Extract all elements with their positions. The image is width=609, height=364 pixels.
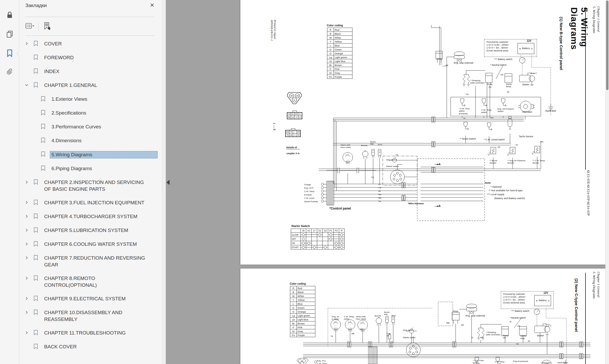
diagram-label: WG (540, 141, 543, 143)
diagram-label: Diesel Preheat (304, 200, 318, 203)
chevron-right-icon[interactable] (25, 40, 33, 46)
bookmark-label: 2.Specifications (50, 110, 155, 116)
bookmark-label: 6.Piping Diagrams (50, 165, 155, 172)
bookmark-label: CHAPTER 1.GENERAL (43, 82, 148, 89)
bookmark-icon (33, 330, 43, 337)
bookmark-item-chapter-5[interactable]: CHAPTER 5.LUBRICATION SYSTEM (19, 224, 162, 237)
chevron-right-icon[interactable] (25, 213, 33, 219)
bookmark-icon (40, 123, 50, 130)
color-coding-row: WWhite (290, 294, 315, 298)
bookmark-item-piping-diagrams[interactable]: 6.Piping Diagrams (19, 162, 162, 176)
starter-switch-row: ON (291, 241, 345, 245)
diagram-label: Buzzer stop (370, 141, 376, 145)
chevron-right-icon[interactable] (25, 309, 33, 315)
attachments-icon[interactable] (5, 68, 14, 77)
diagram-label: RB (461, 324, 464, 326)
chevron-right-icon[interactable] (25, 179, 33, 185)
chevron-down-icon[interactable] (25, 82, 33, 88)
bookmark-item-back-cover[interactable]: BACK COVER (19, 340, 162, 354)
svg-text:2W: 2W (296, 95, 299, 97)
coupler-pin: B (298, 112, 302, 116)
diagram-label: YW (466, 93, 468, 96)
coupler-pin: RB (287, 116, 291, 119)
chevron-right-icon[interactable] (25, 330, 33, 336)
note-line: (Battery and Battery switch) (485, 196, 525, 200)
bookmark-item-chapter-7[interactable]: CHAPTER 7.REDUCTION AND REVERSING GEAR (19, 251, 162, 272)
bookmark-item-chapter-10[interactable]: CHAPTER 10.DISASSEMBLY AND REASSEMBLY (19, 306, 162, 326)
chevron-right-icon[interactable] (25, 255, 33, 261)
color-coding-row: GGreen (290, 306, 315, 310)
note-line: ** Not available for New B-type (485, 189, 525, 193)
coupler-triangle: 3R 2W 3L (287, 92, 302, 106)
pdf-page-2: Chapter 1 General 5. Wiring Diagrams (2)… (240, 268, 605, 364)
bookmark-item-chapter-4[interactable]: CHAPTER 4.TURBOCHARGER SYSTEM (19, 210, 162, 224)
bookmark-label: CHAPTER 8.REMOTO CONTROL(OPTIONAL) (43, 275, 148, 289)
bookmark-item-wiring-diagrams[interactable]: 5.Wiring Diagrams (19, 148, 162, 162)
bookmark-icon (33, 179, 43, 186)
color-coding-row: WWhite (327, 36, 352, 40)
chevron-right-icon[interactable] (25, 227, 33, 233)
color-coding-row: YYellow (327, 40, 352, 44)
bookmark-item-chapter-2[interactable]: CHAPTER 2.INSPECTION AND SERVICING OF BA… (19, 176, 162, 196)
color-coding-row: PPink (290, 325, 315, 329)
bookmark-item-chapter-1[interactable]: CHAPTER 1.GENERAL (19, 79, 162, 92)
diagram-label: Buzzer (361, 144, 368, 147)
options-icon[interactable] (25, 23, 35, 31)
diagram-label: Tacho with Hour meter (340, 144, 351, 149)
panel-splitter[interactable] (162, 0, 166, 364)
panel-toolbar (25, 21, 52, 32)
note-line: Note: (485, 181, 525, 185)
diagram-label: * Neutral switch (490, 64, 507, 67)
pdf-page-1: Printed in Japan HINSHI-E8-011-1 1 — 8 C… (240, 0, 605, 265)
note-line: *** Local supply (485, 193, 525, 196)
terminal-col: R (339, 229, 345, 233)
coupler-a: YWWLWGBRBLBOYG (287, 111, 302, 119)
diagram-label: Tacho with Hour meter (356, 315, 366, 320)
bookmark-icon (40, 137, 50, 144)
bookmark-label: FOREWORD (43, 54, 148, 61)
chevron-right-icon[interactable] (25, 275, 33, 281)
stamp-line: Printed in Japan (274, 20, 277, 54)
set-destination-icon[interactable] (43, 22, 52, 31)
starter-switch-row: GLOW (291, 233, 345, 237)
vertical-scrollbar[interactable] (605, 0, 609, 364)
divider (25, 35, 155, 36)
bookmark-item-dimensions[interactable]: 4.Dimensions (19, 134, 162, 148)
diagram-label: WR (480, 337, 483, 339)
bookmark-label: INDEX (43, 68, 148, 75)
diagram-label: YW (378, 187, 381, 189)
bookmark-item-chapter-3[interactable]: CHAPTER 3.FUEL INJECTION EQUIPMENT (19, 196, 162, 210)
bookmark-item-chapter-11[interactable]: CHAPTER 11.TROUBLESHOOTING (19, 326, 162, 340)
bookmark-item-specifications[interactable]: 2.Specifications (19, 106, 162, 120)
chevron-right-icon[interactable] (25, 295, 33, 301)
diagram-label: Eng oil pressure (513, 360, 528, 362)
bookmarks-icon[interactable] (5, 49, 14, 58)
battery-group: Procured by customer 1+2+3 <2.5m→20mm² 1… (501, 291, 554, 309)
color-coding-row: LBlue (290, 302, 315, 306)
arrow-spacer (32, 151, 40, 152)
arrow-spacer (25, 68, 33, 69)
acrobat-viewer: { "ui_colors":{"accent":"#2f7cd6","selec… (0, 0, 609, 364)
lock-icon[interactable] (5, 10, 14, 20)
bookmark-label: COVER (43, 40, 148, 47)
collapse-panel-icon[interactable] (166, 180, 170, 185)
bookmark-item-foreword[interactable]: FOREWORD (19, 51, 162, 65)
diagram-label: * C.W. Leved switch (484, 138, 505, 141)
diagram-label: Illumi (378, 144, 382, 146)
bookmark-label: 1.Exterior Views (50, 96, 155, 103)
bookmark-item-chapter-9[interactable]: CHAPTER 9.ELECTRICAL SYSTEM (19, 292, 162, 306)
scrollbar-thumb[interactable] (606, 1, 608, 90)
chevron-right-icon[interactable] (25, 241, 33, 247)
bookmark-item-chapter-6[interactable]: CHAPTER 6.COOLING WATER SYSTEM (19, 237, 162, 251)
bookmark-item-cover[interactable]: COVER (19, 37, 162, 51)
close-icon[interactable]: ✕ (150, 2, 154, 8)
bookmark-item-chapter-8[interactable]: CHAPTER 8.REMOTO CONTROL(OPTIONAL) (19, 272, 162, 292)
bookmark-item-index[interactable]: INDEX (19, 65, 162, 79)
bookmark-item-exterior-views[interactable]: 1.Exterior Views (19, 92, 162, 106)
bookmark-icon (40, 110, 50, 117)
arrow-spacer (32, 165, 40, 166)
bookmark-icon (33, 54, 43, 61)
pages-icon[interactable] (5, 29, 14, 39)
chevron-right-icon[interactable] (25, 199, 33, 205)
bookmark-item-performance-curves[interactable]: 3.Performance Curves (19, 120, 162, 134)
